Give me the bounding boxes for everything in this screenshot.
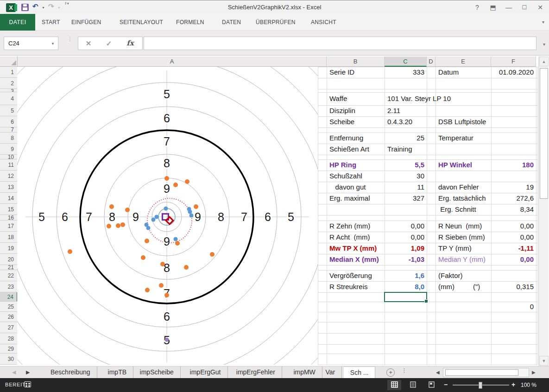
scroll-up-icon[interactable]: ▲: [539, 57, 549, 66]
cell-E15[interactable]: Erg. Schnitt: [435, 204, 491, 215]
ribbon-collapse-icon[interactable]: ▾: [542, 19, 544, 25]
formula-input[interactable]: [144, 37, 536, 50]
minimize-button[interactable]: —: [503, 3, 515, 12]
sheet-tab-Beschreibung[interactable]: Beschreibung: [44, 367, 97, 379]
cell-C4[interactable]: 101 Var. Steyr LP 10: [385, 92, 496, 105]
cell-C1[interactable]: 333: [385, 67, 427, 78]
cell-E19[interactable]: TP Y (mm): [435, 243, 491, 254]
zoom-in-icon[interactable]: +: [511, 381, 515, 388]
row-header-7[interactable]: 7: [0, 127, 18, 133]
cell-F17[interactable]: 0,00: [491, 221, 536, 232]
scroll-down-icon[interactable]: ▼: [539, 356, 549, 366]
cell-F23[interactable]: 0,315: [491, 281, 536, 292]
cell-B6[interactable]: Scheibe: [327, 116, 385, 127]
tab-ansicht[interactable]: ANSICHT: [311, 14, 336, 31]
zoom-out-icon[interactable]: −: [444, 381, 448, 388]
row-header-25[interactable]: 25: [0, 302, 18, 312]
cell-E17[interactable]: R Neun (mm): [435, 221, 491, 232]
cell-E14[interactable]: Erg. tatsächlich: [435, 193, 491, 204]
cell-B20[interactable]: Median X (mm): [327, 254, 385, 265]
cell-C19[interactable]: 1,09: [385, 243, 427, 254]
row-header-29[interactable]: 29: [0, 344, 18, 354]
sheet-tab-impErgFehler[interactable]: impErgFehler: [230, 367, 282, 379]
row-header-14[interactable]: 14: [0, 193, 18, 204]
sheet-tab-Var[interactable]: Var: [319, 367, 342, 379]
close-button[interactable]: ✕: [534, 3, 546, 12]
enter-icon[interactable]: ✓: [100, 37, 118, 50]
normal-view-button[interactable]: [387, 380, 401, 390]
row-header-2[interactable]: 2: [0, 78, 18, 89]
tab-daten[interactable]: DATEN: [222, 14, 241, 31]
row-header-21[interactable]: 21: [0, 265, 18, 270]
sheet-tab-impErgGut[interactable]: impErgGut: [183, 367, 228, 379]
cell-F18[interactable]: 0,00: [491, 232, 536, 243]
cell-B14[interactable]: Erg. maximal: [327, 193, 385, 204]
cell-F19[interactable]: -1,11: [491, 243, 536, 254]
cell-E8[interactable]: Temperatur: [435, 133, 491, 144]
cell-C20[interactable]: -1,03: [385, 254, 427, 265]
cell-C17[interactable]: 0,00: [385, 221, 427, 232]
cell-E23[interactable]: ("): [470, 281, 489, 292]
row-header-30[interactable]: 30: [0, 354, 18, 365]
zoom-level-label[interactable]: 100 %: [521, 382, 536, 388]
zoom-slider-thumb[interactable]: [479, 382, 482, 389]
row-header-9[interactable]: 9: [0, 144, 18, 155]
cell-F14[interactable]: 272,6: [491, 193, 536, 204]
row-header-16[interactable]: 16: [0, 215, 18, 221]
cell-F25[interactable]: 0: [491, 302, 536, 312]
help-button[interactable]: ?: [471, 3, 483, 12]
cell-E18[interactable]: R Sieben (mm): [435, 232, 491, 243]
formula-bar-expand-icon[interactable]: ▾: [543, 42, 545, 47]
select-all-corner[interactable]: [0, 57, 18, 67]
cell-C9[interactable]: Training: [385, 144, 427, 155]
column-header-D[interactable]: D: [427, 57, 435, 67]
row-header-27[interactable]: 27: [0, 322, 18, 333]
cell-C14[interactable]: 327: [385, 193, 427, 204]
cell-F11[interactable]: 180: [491, 159, 536, 171]
cell-F1[interactable]: 01.09.2020: [491, 67, 536, 78]
cell-B19[interactable]: Mw TP X (mm): [327, 243, 385, 254]
cell-B4[interactable]: Waffe: [327, 92, 385, 105]
tab-einfügen[interactable]: EINFÜGEN: [71, 14, 101, 31]
cell-E1[interactable]: Datum: [435, 67, 491, 78]
row-header-13[interactable]: 13: [0, 182, 18, 193]
row-header-28[interactable]: 28: [0, 333, 18, 344]
cell-B12[interactable]: Schußzahl: [327, 171, 385, 182]
cell-C13[interactable]: 11: [385, 182, 427, 193]
row-header-5[interactable]: 5: [0, 105, 18, 116]
cell-C8[interactable]: 25: [385, 133, 427, 144]
cell-B18[interactable]: R Acht (mm): [327, 232, 385, 243]
row-header-15[interactable]: 15: [0, 204, 18, 215]
cell-B9[interactable]: Schießen Art: [327, 144, 385, 155]
name-box-dropdown-icon[interactable]: ▼: [51, 42, 55, 46]
sheet-tab-options-icon[interactable]: ⋮: [401, 369, 407, 373]
cell-E20[interactable]: Median Y (mm): [435, 254, 491, 265]
cell-C18[interactable]: 0,00: [385, 232, 427, 243]
row-header-4[interactable]: 4: [0, 92, 18, 105]
cell-F20[interactable]: 0,00: [491, 254, 536, 265]
column-header-F[interactable]: F: [491, 57, 536, 67]
vertical-scroll-thumb[interactable]: [540, 68, 548, 199]
row-header-23[interactable]: 23: [0, 281, 18, 292]
row-header-10[interactable]: 10: [0, 155, 18, 159]
cell-B5[interactable]: Disziplin: [327, 105, 385, 116]
sheet-nav-left-icon[interactable]: ◀: [12, 369, 16, 375]
sheet-tab-impScheibe[interactable]: impScheibe: [133, 367, 181, 379]
cell-C12[interactable]: 30: [385, 171, 427, 182]
row-header-11[interactable]: 11: [0, 159, 18, 171]
cancel-icon[interactable]: ✕: [79, 37, 98, 50]
sheet-tab-Sch[interactable]: Sch ...: [344, 367, 376, 379]
tab-datei[interactable]: DATEI: [0, 14, 35, 31]
new-sheet-button[interactable]: +: [386, 368, 395, 377]
page-break-view-button[interactable]: [424, 380, 438, 390]
horizontal-scroll-thumb[interactable]: [445, 369, 518, 376]
cell-F13[interactable]: 19: [491, 182, 536, 193]
cell-B1[interactable]: Serie ID: [327, 67, 385, 78]
row-header-1[interactable]: 1: [0, 67, 18, 78]
cell-E13[interactable]: davon Fehler: [435, 182, 491, 193]
row-header-26[interactable]: 26: [0, 312, 18, 322]
column-header-C[interactable]: C: [385, 57, 427, 67]
tab-überprüfen[interactable]: ÜBERPRÜFEN: [256, 14, 296, 31]
horizontal-scrollbar[interactable]: [443, 368, 529, 377]
row-header-20[interactable]: 20: [0, 254, 18, 265]
